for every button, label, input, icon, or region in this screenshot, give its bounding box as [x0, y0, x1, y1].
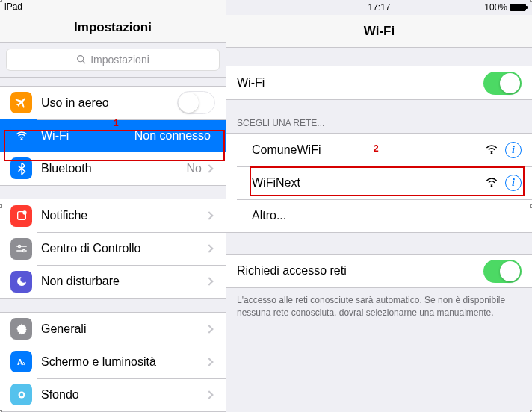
- bluetooth-label: Bluetooth: [41, 162, 187, 175]
- chevron-right-icon: [205, 358, 213, 366]
- chevron-right-icon: [205, 212, 213, 220]
- wifi-icon: [10, 125, 32, 146]
- battery-icon: [510, 4, 528, 11]
- gear-icon: [10, 318, 32, 340]
- selection-handle: [0, 204, 2, 208]
- notifications-label: Notifiche: [41, 209, 206, 222]
- selection-handle: [0, 0, 2, 2]
- sidebar-group-1: Uso in aereo Wi-Fi Non connesso Bluetoot…: [0, 86, 226, 186]
- bluetooth-detail: No: [187, 162, 202, 175]
- wifi-signal-icon: [486, 176, 498, 190]
- sidebar-group-3: Generali AA Schermo e luminosità Sfondo: [0, 312, 226, 412]
- airplane-icon: [10, 92, 32, 113]
- svg-point-4: [22, 211, 26, 215]
- display-label: Schermo e luminosità: [41, 355, 206, 369]
- wifi-toggle[interactable]: [483, 72, 522, 95]
- sidebar-item-wallpaper[interactable]: Sfondo: [0, 378, 226, 411]
- svg-point-16: [491, 153, 492, 154]
- networks-group: ComuneWiFi i WiFiNext i Altro...: [226, 133, 532, 233]
- svg-point-17: [491, 186, 492, 187]
- status-bar-right: 17:17 100%: [226, 0, 532, 15]
- main-title-bar: Wi-Fi: [226, 15, 532, 48]
- display-icon: AA: [10, 351, 32, 372]
- wifi-signal-icon: [486, 143, 498, 157]
- sidebar-item-notifications[interactable]: Notifiche: [0, 199, 226, 232]
- sidebar-group-2: Notifiche Centro di Controllo Non distur…: [0, 199, 226, 299]
- svg-point-0: [78, 56, 84, 62]
- wallpaper-icon: [10, 384, 32, 405]
- ask-to-join-row[interactable]: Richiedi accesso reti: [226, 255, 532, 287]
- control-center-icon: [10, 238, 32, 260]
- chevron-right-icon: [205, 164, 213, 172]
- info-button[interactable]: i: [505, 175, 522, 191]
- sidebar-item-wifi[interactable]: Wi-Fi Non connesso: [0, 119, 226, 152]
- wifi-toggle-group: Wi-Fi: [226, 66, 532, 100]
- wifi-toggle-label: Wi-Fi: [237, 76, 483, 90]
- info-button[interactable]: i: [505, 142, 522, 158]
- airplane-toggle[interactable]: [177, 91, 215, 114]
- search-placeholder: Impostazioni: [90, 54, 149, 66]
- search-icon: [76, 54, 86, 64]
- network-row-other[interactable]: Altro...: [226, 199, 532, 232]
- ask-footer: L'accesso alle reti conosciute sarà auto…: [226, 288, 532, 325]
- network-row-comunewifi[interactable]: ComuneWiFi i: [226, 134, 532, 166]
- svg-text:A: A: [22, 360, 25, 366]
- status-time: 17:17: [368, 2, 390, 13]
- sidebar-item-control-center[interactable]: Centro di Controllo: [0, 232, 226, 265]
- chevron-right-icon: [205, 278, 213, 286]
- wifi-detail: Non connesso: [134, 129, 211, 143]
- wallpaper-label: Sfondo: [41, 388, 206, 402]
- svg-point-2: [21, 138, 22, 140]
- networks-header: SCEGLI UNA RETE...: [226, 113, 532, 133]
- svg-point-5: [18, 246, 20, 248]
- sidebar-item-bluetooth[interactable]: Bluetooth No: [0, 152, 226, 185]
- sidebar-title-text: Impostazioni: [74, 20, 152, 35]
- other-label: Altro...: [237, 209, 522, 222]
- control-center-label: Centro di Controllo: [41, 242, 206, 255]
- sidebar-title: Impostazioni: [0, 13, 226, 43]
- notifications-icon: [10, 205, 32, 227]
- settings-sidebar: iPad Impostazioni Impostazioni Uso in ae…: [0, 0, 226, 412]
- network-row-wifinext[interactable]: WiFiNext i: [226, 166, 532, 199]
- wifi-toggle-row[interactable]: Wi-Fi: [226, 66, 532, 99]
- battery-percent: 100%: [484, 2, 507, 13]
- network-name: WiFiNext: [237, 176, 486, 190]
- ask-to-join-label: Richiedi accesso reti: [237, 264, 483, 278]
- svg-point-8: [22, 250, 25, 252]
- sidebar-item-airplane[interactable]: Uso in aereo: [0, 87, 226, 119]
- network-name: ComuneWiFi: [237, 143, 486, 157]
- dnd-label: Non disturbare: [41, 275, 206, 288]
- chevron-right-icon: [205, 245, 213, 253]
- dnd-icon: [10, 271, 32, 293]
- airplane-label: Uso in aereo: [41, 96, 177, 110]
- sidebar-item-display[interactable]: AA Schermo e luminosità: [0, 346, 226, 378]
- wifi-panel: 17:17 100% Wi-Fi Wi-Fi SCEGLI UNA RETE..…: [226, 0, 532, 412]
- status-bar-left: iPad: [0, 0, 226, 13]
- svg-point-15: [19, 393, 23, 397]
- sidebar-item-general[interactable]: Generali: [0, 313, 226, 346]
- search-wrapper: Impostazioni: [0, 43, 226, 78]
- ask-group: Richiedi accesso reti: [226, 254, 532, 288]
- main-title: Wi-Fi: [364, 24, 395, 39]
- search-input[interactable]: Impostazioni: [6, 49, 220, 71]
- bluetooth-icon: [10, 157, 32, 179]
- device-label: iPad: [4, 1, 22, 12]
- general-label: Generali: [41, 322, 206, 336]
- ask-to-join-toggle[interactable]: [483, 260, 522, 283]
- wifi-label: Wi-Fi: [41, 129, 134, 143]
- svg-line-1: [83, 61, 85, 63]
- chevron-right-icon: [205, 390, 213, 399]
- sidebar-item-dnd[interactable]: Non disturbare: [0, 265, 226, 298]
- chevron-right-icon: [205, 325, 213, 333]
